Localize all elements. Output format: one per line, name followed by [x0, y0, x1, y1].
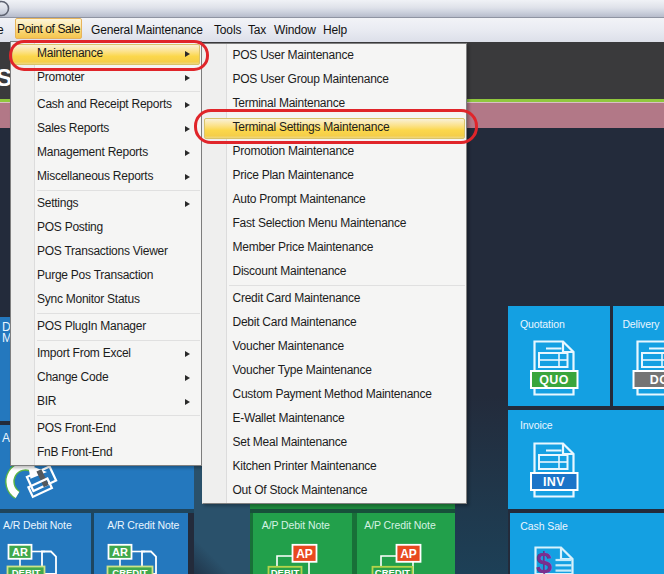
svg-text:DO: DO — [649, 373, 664, 387]
svg-text:AP: AP — [296, 547, 313, 561]
svg-text:CREDIT: CREDIT — [375, 567, 411, 574]
svg-text:DEBIT: DEBIT — [12, 567, 41, 574]
svg-text:DEBIT: DEBIT — [271, 567, 300, 574]
svg-text:AR: AR — [112, 546, 128, 558]
svg-text:QUO: QUO — [539, 373, 569, 387]
svg-text:AR: AR — [12, 546, 28, 558]
svg-text:AP: AP — [400, 547, 417, 561]
svg-text:CREDIT: CREDIT — [112, 567, 148, 574]
svg-text:$: $ — [536, 547, 552, 574]
svg-text:INV: INV — [542, 475, 564, 489]
